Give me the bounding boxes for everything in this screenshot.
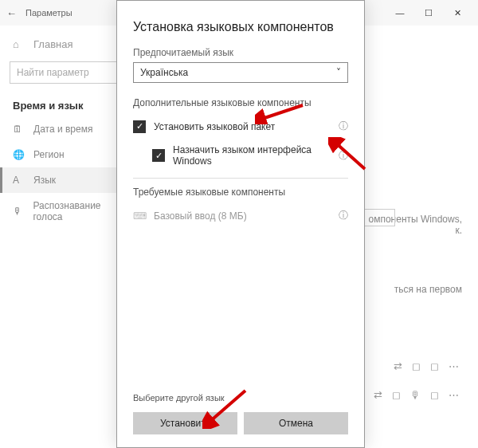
divider — [133, 178, 348, 179]
box2-icon: ◻ — [430, 360, 439, 372]
keyboard-icon: ⌨ — [133, 210, 146, 222]
back-icon[interactable]: ← — [6, 7, 25, 19]
box2-icon: ◻ — [430, 389, 439, 401]
preferred-language-label: Предпочитаемый язык — [133, 47, 348, 58]
required-label: Базовый ввод (8 МБ) — [154, 210, 331, 222]
mic-icon: 🎙 — [410, 389, 421, 401]
optional-section-label: Дополнительные языковые компоненты — [133, 97, 348, 108]
nav-home-label: Главная — [33, 38, 72, 50]
calendar-icon: 🗓 — [13, 124, 25, 135]
content-fragment: ться на первом — [394, 284, 462, 295]
dialog-title: Установка языковых компонентов — [133, 20, 348, 34]
close-button[interactable]: ✕ — [443, 2, 472, 24]
option-label: Назначить языком интерфейса Windows — [173, 144, 331, 167]
cancel-button[interactable]: Отмена — [244, 412, 348, 434]
minimize-button[interactable]: ― — [386, 2, 414, 24]
nav-item-label: Дата и время — [33, 124, 92, 135]
share-icon: ⇄ — [374, 389, 382, 401]
info-icon[interactable]: ⓘ — [339, 209, 348, 222]
chevron-down-icon: ˅ — [336, 67, 341, 78]
option-install-pack-row: ✓ Установить языковой пакет ⓘ — [133, 116, 348, 141]
globe-icon: 🌐 — [13, 149, 25, 160]
install-button[interactable]: Установить — [133, 412, 237, 434]
box-icon: ◻ — [412, 360, 421, 372]
dialog-button-bar: Установить Отмена — [133, 412, 348, 434]
required-basic-typing-row: ⌨ Базовый ввод (8 МБ) ⓘ — [133, 206, 348, 230]
language-select-value: Українська — [140, 67, 188, 78]
nav-item-label: Регион — [33, 149, 65, 160]
icon-strip: ⇄ ◻ 🎙 ◻ ⋯ — [374, 389, 459, 401]
mic-icon: 🎙 — [13, 206, 25, 217]
checkbox-install-pack[interactable]: ✓ — [133, 120, 146, 133]
ellipsis-icon: ⋯ — [449, 389, 459, 401]
window-title: Параметры — [25, 8, 72, 18]
box-icon: ◻ — [392, 389, 401, 401]
language-icon: A — [13, 175, 25, 186]
search-input[interactable]: Найти параметр — [10, 61, 133, 84]
language-select[interactable]: Українська ˅ — [133, 62, 348, 83]
install-language-dialog: Установка языковых компонентов Предпочит… — [116, 0, 365, 448]
choose-other-language-link[interactable]: Выберите другой язык — [133, 393, 348, 403]
checkbox-set-display[interactable]: ✓ — [152, 149, 165, 162]
share-icon: ⇄ — [394, 360, 402, 372]
info-icon[interactable]: ⓘ — [339, 120, 348, 133]
window-controls: ― ☐ ✕ — [386, 2, 472, 24]
option-label: Установить языковой пакет — [154, 121, 331, 132]
option-set-display-row: ✓ Назначить языком интерфейса Windows ⓘ — [133, 141, 348, 175]
ellipsis-icon: ⋯ — [449, 360, 459, 372]
required-section-label: Требуемые языковые компоненты — [133, 187, 348, 198]
nav-item-label: Распознавание голоса — [33, 200, 131, 222]
maximize-button[interactable]: ☐ — [414, 2, 443, 24]
nav-item-label: Язык — [33, 175, 56, 186]
home-icon: ⌂ — [13, 38, 25, 50]
info-icon[interactable]: ⓘ — [339, 149, 348, 163]
icon-strip: ⇄ ◻ ◻ ⋯ — [394, 360, 459, 372]
content-fragment: к. — [455, 225, 462, 236]
